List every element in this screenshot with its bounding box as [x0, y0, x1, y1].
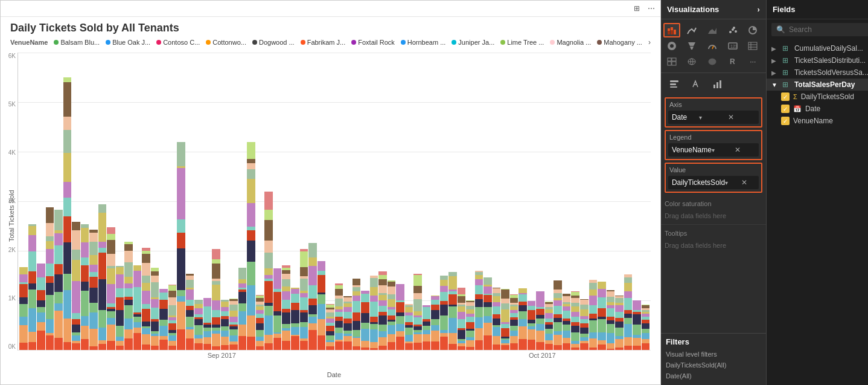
fields-field-date[interactable]: 📅 Date: [767, 103, 868, 115]
bar-group[interactable]: [466, 53, 474, 350]
filter-daily-tickets[interactable]: DailyTicketsSold(All): [666, 360, 761, 370]
vis-R-icon[interactable]: R: [724, 54, 741, 69]
bar-group[interactable]: [642, 53, 650, 350]
value-dropdown-icon[interactable]: ▾: [725, 180, 739, 186]
bar-group[interactable]: [308, 53, 317, 350]
bar-group[interactable]: [483, 53, 492, 350]
legend-dropdown-icon[interactable]: ▾: [712, 147, 732, 154]
bar-group[interactable]: [545, 53, 554, 350]
bar-group[interactable]: [580, 53, 589, 350]
bar-group[interactable]: [493, 53, 501, 350]
checkbox-venue[interactable]: [781, 117, 790, 125]
legend-item-9[interactable]: Lime Tree ...: [500, 39, 544, 46]
value-field-value[interactable]: DailyTicketsSold ▾ ✕: [668, 176, 759, 189]
fields-table-ticketsales[interactable]: ▶ ⊞ TicketSalesDistributi...: [767, 54, 868, 66]
bar-group[interactable]: [501, 53, 509, 350]
bar-group[interactable]: [343, 53, 352, 350]
vis-line-icon[interactable]: [683, 23, 700, 37]
legend-item-4[interactable]: Dogwood ...: [252, 39, 295, 46]
vis-map-icon[interactable]: [683, 54, 700, 69]
bar-group[interactable]: [221, 53, 229, 350]
bar-group[interactable]: [528, 53, 536, 350]
bar-group[interactable]: [159, 53, 168, 350]
bar-group[interactable]: [177, 53, 185, 350]
bar-group[interactable]: [607, 53, 615, 350]
vis-paint-icon[interactable]: [686, 76, 706, 92]
focus-icon[interactable]: ⊞: [631, 3, 642, 14]
bar-group[interactable]: [186, 53, 194, 350]
bar-group[interactable]: [63, 53, 72, 350]
bar-group[interactable]: [37, 53, 45, 350]
bar-group[interactable]: [589, 53, 598, 350]
bar-group[interactable]: [554, 53, 562, 350]
vis-stacked-bar-icon[interactable]: [663, 23, 680, 37]
bar-group[interactable]: [229, 53, 238, 350]
more-options-icon[interactable]: ⋯: [646, 3, 657, 14]
bar-group[interactable]: [370, 53, 378, 350]
bar-group[interactable]: [124, 53, 133, 350]
bar-group[interactable]: [378, 53, 387, 350]
vis-panel-expand-icon[interactable]: ›: [758, 5, 760, 14]
bar-group[interactable]: [361, 53, 369, 350]
bar-group[interactable]: [98, 53, 107, 350]
vis-gauge-icon[interactable]: [704, 39, 721, 53]
legend-item-2[interactable]: Contoso C...: [156, 39, 200, 46]
bar-group[interactable]: [318, 53, 326, 350]
bar-group[interactable]: [475, 53, 483, 350]
vis-donut-icon[interactable]: [663, 39, 680, 53]
bar-group[interactable]: [615, 53, 624, 350]
vis-matrix-icon[interactable]: [663, 54, 680, 69]
fields-field-venue[interactable]: VenueName: [767, 115, 868, 127]
fields-table-totalsales[interactable]: ▼ ⊞ TotalSalesPerDay: [767, 79, 868, 91]
vis-table-icon[interactable]: [744, 39, 761, 53]
bar-group[interactable]: [212, 53, 220, 350]
bar-group[interactable]: [440, 53, 448, 350]
fields-table-cumulative[interactable]: ▶ ⊞ CumulativeDailySal...: [767, 42, 868, 54]
bar-group[interactable]: [151, 53, 159, 350]
bar-group[interactable]: [448, 53, 457, 350]
bar-group[interactable]: [388, 53, 396, 350]
bar-group[interactable]: [116, 53, 124, 350]
legend-item-7[interactable]: Hornbeam ...: [401, 39, 446, 46]
bar-group[interactable]: [396, 53, 404, 350]
bar-group[interactable]: [133, 53, 142, 350]
vis-scatter-icon[interactable]: [724, 23, 741, 37]
bar-group[interactable]: [273, 53, 282, 350]
bar-group[interactable]: [256, 53, 264, 350]
bar-group[interactable]: [194, 53, 203, 350]
bar-group[interactable]: [46, 53, 54, 350]
bar-group[interactable]: [203, 53, 212, 350]
legend-item-8[interactable]: Juniper Ja...: [452, 39, 494, 46]
fields-search[interactable]: 🔍: [771, 23, 868, 36]
vis-pie-icon[interactable]: [744, 23, 761, 37]
bar-group[interactable]: [282, 53, 290, 350]
bar-group[interactable]: [458, 53, 466, 350]
bar-group[interactable]: [168, 53, 177, 350]
bar-group[interactable]: [536, 53, 544, 350]
vis-more-icon[interactable]: ···: [744, 54, 761, 69]
fields-field-daily[interactable]: Σ DailyTicketsSold: [767, 91, 868, 103]
axis-close-icon[interactable]: ✕: [728, 113, 755, 121]
bar-group[interactable]: [563, 53, 571, 350]
bar-group[interactable]: [264, 53, 273, 350]
bar-group[interactable]: [81, 53, 89, 350]
value-close-icon[interactable]: ✕: [741, 178, 755, 187]
legend-item-5[interactable]: Fabrikam J...: [301, 39, 346, 46]
bar-group[interactable]: [300, 53, 308, 350]
checkbox-daily[interactable]: [781, 92, 790, 101]
bar-group[interactable]: [624, 53, 633, 350]
bar-group[interactable]: [335, 53, 343, 350]
axis-value[interactable]: Date ▾ ✕: [668, 111, 759, 124]
bar-group[interactable]: [28, 53, 37, 350]
bar-group[interactable]: [54, 53, 63, 350]
legend-item-3[interactable]: Cottonwo...: [206, 39, 246, 46]
fields-table-ticketssold[interactable]: ▶ ⊞ TicketsSoldVersusSa...: [767, 66, 868, 79]
legend-item-6[interactable]: Foxtail Rock: [351, 39, 395, 46]
bar-group[interactable]: [142, 53, 150, 350]
bar-group[interactable]: [519, 53, 527, 350]
bar-group[interactable]: [291, 53, 299, 350]
bar-group[interactable]: [326, 53, 334, 350]
legend-value[interactable]: VenueName ▾ ✕: [668, 143, 759, 157]
legend-item-11[interactable]: Mahogany ...: [597, 39, 642, 46]
bar-group[interactable]: [413, 53, 422, 350]
